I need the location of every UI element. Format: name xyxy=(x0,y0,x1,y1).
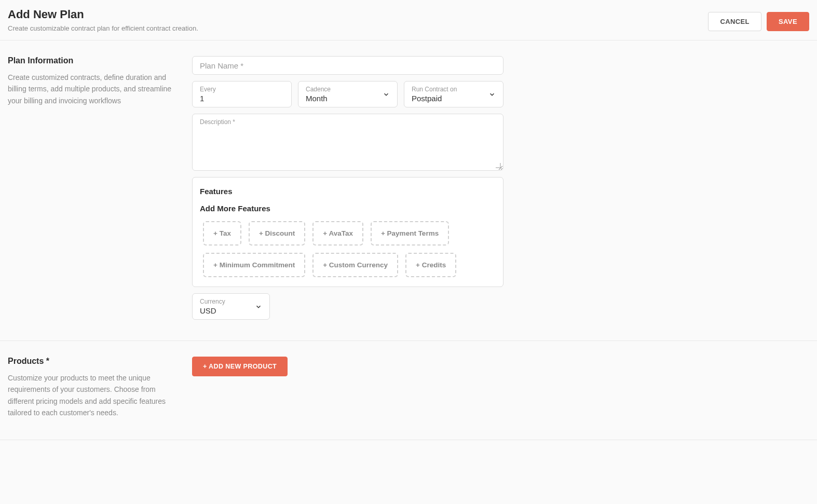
every-label: Every xyxy=(200,86,284,93)
feature-chip-custom-currency[interactable]: + Custom Currency xyxy=(312,253,398,277)
chevron-down-icon xyxy=(255,303,262,310)
plan-info-desc: Create customized contracts, define dura… xyxy=(8,72,176,106)
plan-name-label: Plan Name * xyxy=(200,61,243,70)
description-textarea[interactable]: Description * xyxy=(192,114,503,171)
page-title: Add New Plan xyxy=(8,8,198,21)
products-desc: Customize your products to meet the uniq… xyxy=(8,372,176,419)
plan-info-title: Plan Information xyxy=(8,56,176,65)
save-button[interactable]: SAVE xyxy=(767,12,809,31)
run-contract-value: Postpaid xyxy=(412,94,457,103)
feature-chip-credits[interactable]: + Credits xyxy=(405,253,456,277)
feature-chip-discount[interactable]: + Discount xyxy=(249,221,305,246)
features-box: Features Add More Features + Tax + Disco… xyxy=(192,177,503,287)
plan-info-form: Plan Name * Every 1 Cadence Month Run Co… xyxy=(192,56,503,320)
add-new-product-button[interactable]: + ADD NEW PRODUCT xyxy=(192,357,288,376)
run-contract-select[interactable]: Run Contract on Postpaid xyxy=(404,81,503,107)
products-section: Products * Customize your products to me… xyxy=(0,341,817,440)
features-title: Features xyxy=(200,187,496,196)
cancel-button[interactable]: CANCEL xyxy=(708,12,761,31)
cadence-select[interactable]: Cadence Month xyxy=(298,81,398,107)
feature-chip-payment-terms[interactable]: + Payment Terms xyxy=(371,221,449,246)
products-sidebar: Products * Customize your products to me… xyxy=(8,357,192,419)
cadence-label: Cadence xyxy=(306,86,331,93)
currency-select[interactable]: Currency USD xyxy=(192,293,270,320)
feature-chip-avatax[interactable]: + AvaTax xyxy=(312,221,363,246)
plan-name-input[interactable]: Plan Name * xyxy=(192,56,503,75)
header-actions: CANCEL SAVE xyxy=(708,8,809,31)
plan-info-sidebar: Plan Information Create customized contr… xyxy=(8,56,192,320)
feature-chip-minimum-commitment[interactable]: + Minimum Commitment xyxy=(203,253,305,277)
page-header: Add New Plan Create customizable contrac… xyxy=(0,0,817,40)
page-subtitle: Create customizable contract plan for ef… xyxy=(8,24,198,32)
feature-chips: + Tax + Discount + AvaTax + Payment Term… xyxy=(200,221,496,277)
feature-chip-tax[interactable]: + Tax xyxy=(203,221,241,246)
currency-label: Currency xyxy=(200,298,225,305)
every-input[interactable]: Every 1 xyxy=(192,81,292,107)
chevron-down-icon xyxy=(488,91,496,98)
currency-value: USD xyxy=(200,306,225,315)
products-form: + ADD NEW PRODUCT xyxy=(192,357,503,419)
chevron-down-icon xyxy=(383,91,390,98)
cadence-value: Month xyxy=(306,94,331,103)
products-title: Products * xyxy=(8,357,176,366)
features-subtitle: Add More Features xyxy=(200,204,496,213)
description-label: Description * xyxy=(200,118,496,126)
row-every-cadence-run: Every 1 Cadence Month Run Contract on Po… xyxy=(192,81,503,107)
plan-information-section: Plan Information Create customized contr… xyxy=(0,40,817,341)
run-contract-label: Run Contract on xyxy=(412,86,457,93)
header-title-area: Add New Plan Create customizable contrac… xyxy=(8,8,198,32)
every-value: 1 xyxy=(200,94,284,103)
